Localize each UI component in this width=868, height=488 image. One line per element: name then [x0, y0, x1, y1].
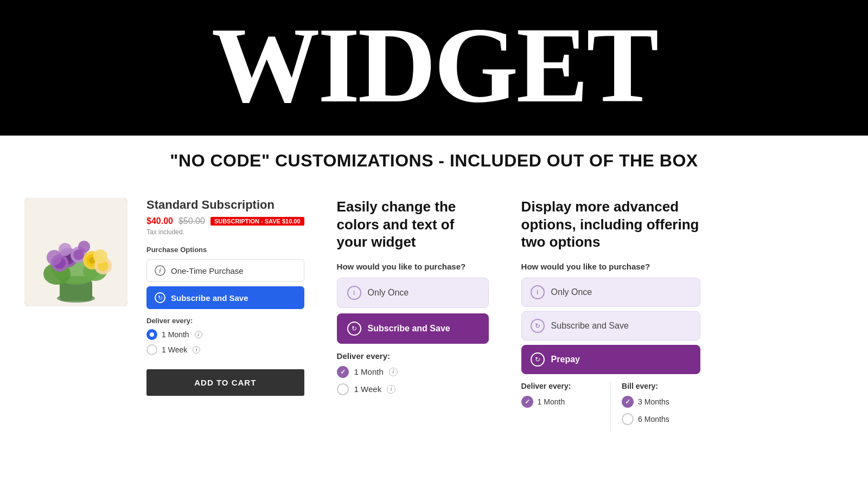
only-once-option-p3[interactable]: i Only Once [521, 278, 700, 307]
price-sale: $40.00 [146, 216, 173, 226]
deliver-bill-section: Deliver every: ✓ 1 Month Bill every: ✓ 3… [521, 382, 700, 431]
subscribe-save-option-p3[interactable]: ↻ Subscribe and Save [521, 311, 700, 341]
deliver-option-1-row[interactable]: 1 Month i [146, 329, 304, 340]
radio-p2-1month-checked[interactable] [337, 366, 349, 378]
widget-panel-standard: Standard Subscription $40.00 $50.00 SUBS… [136, 187, 321, 407]
bill-p3-option1-row[interactable]: ✓ 3 Months [622, 396, 700, 408]
refresh-icon-p2: ↻ [347, 322, 361, 336]
deliver-p2-option2-row[interactable]: 1 Week i [337, 383, 489, 395]
flower-section [16, 187, 136, 306]
subscription-badge: SUBSCRIPTION - SAVE $10.00 [210, 217, 304, 226]
deliver-option-2: 1 Week [162, 345, 187, 354]
subtitle-bar: "NO CODE" CUSTOMIZATIONS - INCLUDED OUT … [0, 136, 868, 182]
feature-heading-3: Display more advanced options, including… [521, 198, 700, 251]
hero-header: WIDGET [0, 0, 868, 136]
option-info-1: i [195, 331, 202, 338]
info-icon-p3: i [531, 285, 545, 299]
deliver-col: Deliver every: ✓ 1 Month [521, 382, 611, 431]
deliver-p2-option1: 1 Month [354, 367, 384, 376]
subscribe-label: Subscribe and Save [171, 293, 248, 303]
refresh-icon: ↻ [155, 292, 165, 303]
hero-title: WIDGET [0, 11, 868, 119]
radio-p3-3months-checked[interactable]: ✓ [622, 396, 634, 408]
bill-p3-option2-row[interactable]: 6 Months [622, 413, 700, 425]
prepay-option-p3[interactable]: ↻ Prepay [521, 345, 700, 374]
info-icon: i [155, 265, 165, 276]
radio-p2-1week[interactable] [337, 383, 349, 395]
subscribe-option[interactable]: ↻ Subscribe and Save [146, 286, 304, 309]
product-image [24, 198, 127, 306]
option-p2-info1: i [389, 368, 398, 376]
deliver-p2-option2: 1 Week [354, 384, 382, 394]
one-time-label: One-Time Purchase [171, 266, 244, 275]
add-to-cart-button[interactable]: ADD TO CART [146, 369, 304, 396]
option-info-2: i [193, 346, 200, 354]
widget-panel-colors: Easily change the colors and text of you… [321, 187, 505, 412]
bill-p3-option2: 6 Months [638, 415, 669, 423]
bill-col: Bill every: ✓ 3 Months 6 Months [611, 382, 700, 431]
subscribe-save-label-p3: Subscribe and Save [551, 321, 629, 331]
only-once-label-p3: Only Once [551, 287, 592, 297]
svg-point-22 [78, 241, 90, 253]
refresh-icon-p3-light: ↻ [531, 319, 545, 333]
price-original: $50.00 [178, 216, 205, 226]
radio-p3-6months[interactable] [622, 413, 634, 425]
radio-1-month-checked[interactable] [146, 329, 157, 340]
radio-1-week[interactable] [146, 344, 157, 355]
feature-heading-2: Easily change the colors and text of you… [337, 198, 489, 251]
content-area: Standard Subscription $40.00 $50.00 SUBS… [0, 182, 868, 452]
subscribe-save-label-p2: Subscribe and Save [368, 324, 450, 333]
deliver-label: Deliver every: [146, 317, 304, 325]
purchase-options-label: Purchase Options [146, 246, 304, 254]
question-label-3: How would you like to purchase? [521, 262, 700, 271]
product-title: Standard Subscription [146, 198, 304, 212]
svg-point-20 [93, 249, 107, 264]
refresh-icon-prepay: ↻ [531, 352, 545, 367]
deliver-p2-option1-row[interactable]: 1 Month i [337, 366, 489, 378]
info-icon-p2: i [347, 286, 361, 300]
deliver-col-heading: Deliver every: [521, 382, 600, 390]
deliver-p3-option1: 1 Month [538, 397, 565, 406]
subtitle-text: "NO CODE" CUSTOMIZATIONS - INCLUDED OUT … [22, 151, 846, 171]
subscribe-save-option-p2[interactable]: ↻ Subscribe and Save [337, 313, 489, 344]
bill-col-heading: Bill every: [622, 382, 700, 390]
option-p2-info2: i [387, 385, 395, 394]
deliver-option-2-row[interactable]: 1 Week i [146, 344, 304, 355]
price-row: $40.00 $50.00 SUBSCRIPTION - SAVE $10.00 [146, 216, 304, 226]
only-once-option[interactable]: i Only Once [337, 278, 489, 308]
question-label-2: How would you like to purchase? [337, 262, 489, 271]
radio-p3-1month-checked[interactable]: ✓ [521, 396, 533, 408]
tax-text: Tax included. [146, 228, 304, 236]
prepay-label: Prepay [551, 355, 580, 364]
one-time-option[interactable]: i One-Time Purchase [146, 259, 304, 282]
deliver-p3-option1-row[interactable]: ✓ 1 Month [521, 396, 600, 408]
deliver-label-p2: Deliver every: [337, 351, 489, 361]
svg-point-21 [59, 243, 72, 256]
only-once-label: Only Once [368, 288, 409, 298]
widget-panel-advanced: Display more advanced options, including… [505, 187, 711, 441]
bill-p3-option1: 3 Months [638, 397, 669, 406]
deliver-option-1: 1 Month [162, 330, 189, 339]
